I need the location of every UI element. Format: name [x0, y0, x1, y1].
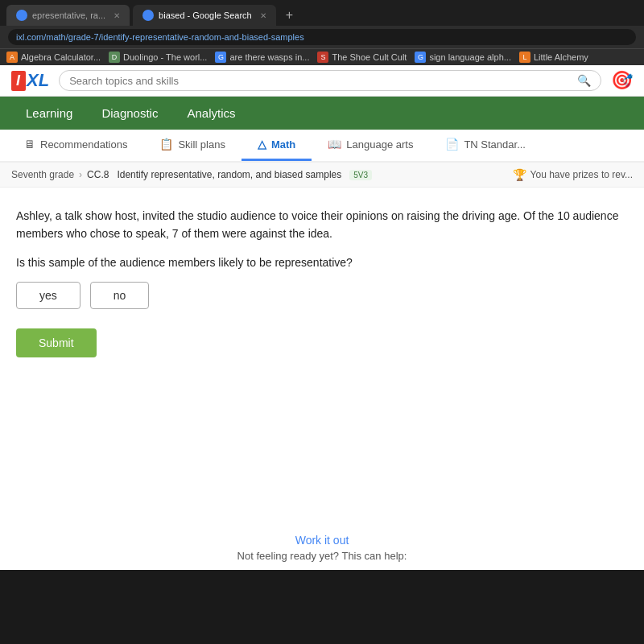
bookmarks-bar: A Algebra Calculator... D Duolingo - The… — [0, 48, 644, 65]
trophy-icon: 🏆 — [513, 168, 526, 181]
bookmark-2-label: Duolingo - The worl... — [123, 52, 207, 62]
question-body: Ashley, a talk show host, invited the st… — [16, 207, 628, 243]
tn-standards-icon: 📄 — [445, 138, 459, 151]
skill-plans-icon: 📋 — [159, 138, 173, 151]
sub-nav: 🖥 Recommendations 📋 Skill plans △ Math 📖… — [0, 130, 644, 163]
question-sub: Is this sample of the audience members l… — [16, 256, 628, 269]
sub-nav-skill-plans-label: Skill plans — [178, 138, 225, 151]
logo-xl-text: XL — [27, 70, 49, 91]
sub-nav-math-label: Math — [271, 138, 295, 151]
bookmark-3-label: are there wasps in... — [229, 52, 309, 62]
rocket-icon: 🎯 — [611, 70, 633, 91]
address-bar — [0, 26, 644, 48]
breadcrumb-bar: Seventh grade › CC.8 Identify representa… — [0, 163, 644, 188]
ixl-logo: IXL — [11, 70, 49, 91]
recommendations-icon: 🖥 — [24, 138, 35, 151]
sub-nav-tn-standards-label: TN Standar... — [464, 138, 526, 151]
answer-options: yes no — [16, 282, 628, 309]
bookmark-6[interactable]: L Little Alchemy — [519, 52, 588, 63]
sub-nav-recommendations-label: Recommendations — [40, 138, 127, 151]
bookmark-4[interactable]: S The Shoe Cult Cult — [317, 52, 407, 63]
address-input[interactable] — [8, 29, 636, 45]
bookmark-4-icon: S — [317, 52, 328, 63]
header-right: 🎯 — [611, 70, 633, 91]
bottom-help: Work it out Not feeling ready yet? This … — [0, 510, 644, 570]
search-bar[interactable]: 🔍 — [59, 70, 601, 91]
bookmark-3[interactable]: G are there wasps in... — [215, 52, 309, 63]
breadcrumb-badge: 5V3 — [349, 170, 372, 180]
bookmark-5-label: sign language alph... — [429, 52, 511, 62]
browser-chrome: epresentative, ra... ✕ biased - Google S… — [0, 0, 644, 65]
bookmark-4-label: The Shoe Cult Cult — [332, 52, 407, 62]
nav-analytics[interactable]: Analytics — [172, 97, 250, 130]
nav-bar: Learning Diagnostic Analytics — [0, 97, 644, 130]
work-it-out-link[interactable]: Work it out — [16, 534, 628, 547]
sub-nav-recommendations[interactable]: 🖥 Recommendations — [8, 130, 143, 161]
answer-yes[interactable]: yes — [16, 282, 80, 309]
prize-text: You have prizes to rev... — [530, 169, 633, 180]
sub-nav-language-arts-label: Language arts — [346, 138, 413, 151]
tab-2[interactable]: biased - Google Search ✕ — [133, 5, 276, 26]
submit-button[interactable]: Submit — [16, 328, 97, 357]
bookmark-1[interactable]: A Algebra Calculator... — [6, 52, 101, 63]
sub-nav-math[interactable]: △ Math — [242, 130, 312, 161]
bookmark-1-label: Algebra Calculator... — [21, 52, 101, 62]
nav-learning[interactable]: Learning — [11, 97, 87, 130]
bookmark-3-icon: G — [215, 52, 226, 63]
breadcrumb-sep: › — [79, 169, 82, 180]
bookmark-6-icon: L — [519, 52, 530, 63]
new-tab-button[interactable]: + — [279, 8, 299, 23]
prize-notice[interactable]: 🏆 You have prizes to rev... — [513, 168, 633, 181]
logo-i-box: I — [11, 71, 26, 91]
bookmark-6-label: Little Alchemy — [534, 52, 588, 62]
ixl-app: IXL 🔍 🎯 Learning Diagnostic Analytics 🖥 … — [0, 65, 644, 570]
bookmark-5[interactable]: G sign language alph... — [415, 52, 511, 63]
math-icon: △ — [258, 138, 266, 151]
tab-2-label: biased - Google Search — [159, 10, 252, 20]
sub-nav-tn-standards[interactable]: 📄 TN Standar... — [429, 130, 542, 161]
language-arts-icon: 📖 — [328, 138, 341, 151]
breadcrumb-skill-label: Identify representative, random, and bia… — [117, 169, 341, 180]
bookmark-2[interactable]: D Duolingo - The worl... — [109, 52, 207, 63]
bookmark-1-icon: A — [6, 52, 18, 63]
tab-1-favicon — [16, 10, 27, 21]
nav-diagnostic[interactable]: Diagnostic — [87, 97, 172, 130]
content-area: Ashley, a talk show host, invited the st… — [0, 188, 644, 510]
not-ready-text: Not feeling ready yet? This can help: — [16, 550, 628, 562]
search-input[interactable] — [69, 75, 571, 87]
tab-2-close[interactable]: ✕ — [260, 11, 266, 20]
tab-1-label: epresentative, ra... — [32, 10, 105, 20]
sub-nav-language-arts[interactable]: 📖 Language arts — [312, 130, 429, 161]
tab-1-close[interactable]: ✕ — [114, 11, 120, 20]
tab-bar: epresentative, ra... ✕ biased - Google S… — [0, 0, 644, 26]
breadcrumb-skill-code: CC.8 — [87, 169, 109, 180]
tab-1[interactable]: epresentative, ra... ✕ — [6, 5, 130, 26]
sub-nav-skill-plans[interactable]: 📋 Skill plans — [143, 130, 242, 161]
tab-2-favicon — [142, 10, 154, 21]
bookmark-5-icon: G — [415, 52, 426, 63]
ixl-header: IXL 🔍 🎯 — [0, 65, 644, 97]
breadcrumb-grade[interactable]: Seventh grade — [11, 169, 74, 180]
bookmark-2-icon: D — [109, 52, 120, 63]
search-icon: 🔍 — [577, 74, 591, 87]
answer-no[interactable]: no — [90, 282, 150, 309]
